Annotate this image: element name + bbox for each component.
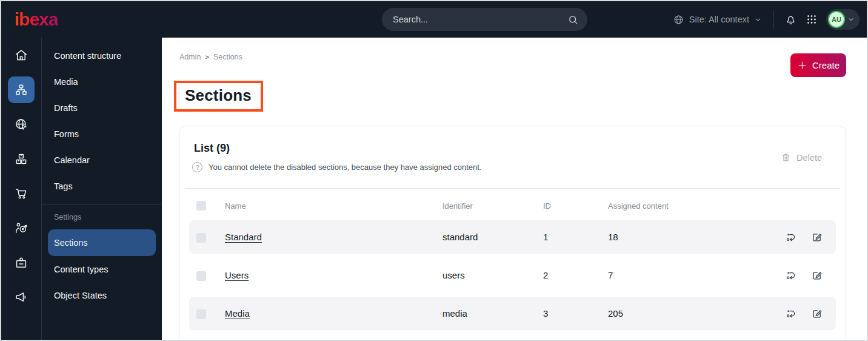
cell-identifier: standard	[442, 232, 543, 242]
rail-item-corporate[interactable]	[8, 249, 35, 276]
sidebar-item-label: Object States	[54, 291, 107, 300]
breadcrumb-separator: >	[205, 53, 209, 61]
row-checkbox[interactable]	[196, 233, 206, 243]
notifications-bell-icon[interactable]	[784, 13, 797, 26]
sidebar-item-calendar[interactable]: Calendar	[42, 147, 162, 173]
sidebar-item-sections[interactable]: Sections	[48, 229, 156, 256]
plus-icon	[797, 60, 807, 70]
assign-content-button[interactable]	[778, 269, 804, 282]
edit-icon	[811, 308, 823, 320]
select-all-checkbox[interactable]	[196, 201, 206, 211]
sidebar-item-tags[interactable]: Tags	[42, 173, 162, 199]
cell-id: 1	[543, 232, 608, 242]
boxes-icon	[14, 152, 28, 166]
search-icon[interactable]	[567, 14, 579, 25]
icon-rail	[1, 38, 42, 340]
edit-button[interactable]	[804, 269, 830, 282]
assign-content-icon	[785, 308, 797, 320]
assign-content-button[interactable]	[778, 308, 804, 320]
main-content: Admin > Sections Create Sections List (9…	[162, 38, 867, 340]
table-row: Media media 3 205	[189, 297, 836, 330]
chevron-down-icon	[754, 16, 762, 24]
site-globe-icon	[14, 117, 28, 132]
site-context-dropdown[interactable]: Site: All context	[673, 14, 762, 25]
section-link[interactable]: Users	[225, 270, 249, 280]
list-info: ? You cannot delete the disabled section…	[192, 162, 482, 172]
user-menu[interactable]: AU	[826, 9, 860, 30]
rail-item-site[interactable]	[8, 111, 35, 138]
id-badge-icon	[14, 255, 28, 270]
edit-button[interactable]	[804, 231, 830, 243]
cell-assigned-content: 205	[608, 308, 778, 319]
list-title: List (9)	[194, 142, 230, 155]
card-divider	[185, 188, 840, 189]
sidebar-item-drafts[interactable]: Drafts	[42, 95, 162, 121]
assign-content-icon	[785, 269, 797, 282]
rail-item-product-catalog[interactable]	[8, 146, 35, 172]
rail-item-commerce[interactable]	[8, 180, 35, 207]
cell-assigned-content: 18	[608, 232, 778, 242]
breadcrumb: Admin > Sections	[179, 53, 242, 61]
cell-identifier: users	[442, 270, 543, 280]
globe-icon	[673, 14, 684, 25]
sidebar-item-label: Forms	[54, 129, 79, 139]
rail-item-content[interactable]	[8, 76, 35, 103]
table-row: Standard standard 1 18	[189, 220, 836, 254]
customer-target-icon	[14, 221, 28, 235]
delete-button[interactable]: Delete	[781, 152, 822, 163]
topbar-right: Site: All context AU	[673, 1, 860, 38]
sidebar-item-forms[interactable]: Forms	[42, 121, 162, 147]
assign-content-icon	[785, 231, 797, 243]
trash-icon	[781, 152, 791, 163]
row-checkbox[interactable]	[196, 271, 206, 281]
avatar: AU	[828, 11, 845, 28]
list-info-text: You cannot delete the disabled sections,…	[209, 163, 482, 172]
cell-identifier: media	[442, 308, 543, 319]
sidebar-item-label: Drafts	[54, 103, 78, 113]
cart-icon	[14, 186, 28, 201]
search-input[interactable]	[393, 15, 567, 24]
breadcrumb-admin[interactable]: Admin	[179, 53, 201, 61]
column-header-identifier: Identifier	[442, 201, 543, 211]
table-row: Users users 2 7	[189, 258, 836, 292]
section-link[interactable]: Standard	[225, 232, 262, 242]
ibexa-admin-screen: ibexa Site: All context	[0, 0, 868, 341]
sidebar-item-label: Media	[54, 77, 78, 87]
sidebar-item-label: Sections	[54, 238, 88, 248]
assign-content-button[interactable]	[778, 231, 804, 243]
column-header-name: Name	[225, 201, 442, 211]
delete-button-label: Delete	[796, 153, 822, 163]
help-icon: ?	[192, 162, 202, 172]
breadcrumb-sections[interactable]: Sections	[213, 53, 242, 61]
topbar-divider	[773, 10, 773, 29]
rail-item-customers[interactable]	[8, 215, 35, 241]
create-button[interactable]: Create	[790, 53, 846, 77]
content-tree-icon	[14, 83, 28, 97]
topbar: ibexa Site: All context	[1, 1, 867, 38]
chevron-down-icon	[847, 16, 855, 23]
row-checkbox[interactable]	[196, 309, 206, 319]
column-header-assigned-content: Assigned content	[608, 201, 778, 211]
home-icon	[14, 48, 28, 62]
ibexa-logo[interactable]: ibexa	[15, 10, 58, 29]
table-body: Standard standard 1 18	[189, 220, 836, 330]
cell-assigned-content: 7	[608, 270, 778, 280]
sidebar-item-object-states[interactable]: Object States	[42, 282, 162, 308]
section-link[interactable]: Media	[225, 308, 250, 319]
global-search[interactable]	[382, 8, 587, 31]
column-header-id: ID	[543, 201, 608, 211]
edit-button[interactable]	[804, 308, 830, 320]
sidebar-item-media[interactable]: Media	[42, 69, 162, 95]
sidebar-group-settings: Settings	[42, 205, 162, 229]
rail-item-dashboard[interactable]	[8, 42, 35, 69]
app-grid-icon[interactable]	[806, 13, 818, 25]
sidebar-item-label: Calendar	[54, 155, 90, 165]
cell-id: 3	[543, 308, 608, 319]
rail-item-marketing[interactable]	[8, 284, 35, 311]
sidebar-item-label: Content types	[54, 265, 108, 274]
cell-id: 2	[543, 270, 608, 280]
sidebar-item-content-types[interactable]: Content types	[42, 256, 162, 282]
table-header: Name Identifier ID Assigned content	[189, 195, 836, 216]
sidebar-item-content-structure[interactable]: Content structure	[42, 42, 162, 69]
site-context-label: Site: All context	[689, 15, 749, 24]
